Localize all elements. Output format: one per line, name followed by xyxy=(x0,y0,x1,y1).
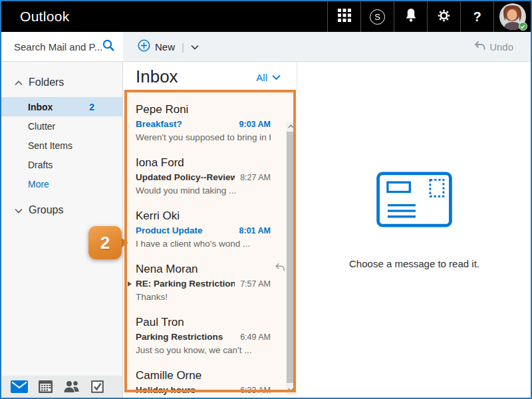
received-time: 6:33 AM xyxy=(240,386,271,395)
message-row-camille-orne[interactable]: Camille Orne Holiday hours 6:33 AM xyxy=(136,362,271,398)
chevron-down-icon xyxy=(15,204,23,216)
sidebar-item-sent-items[interactable]: Sent Items xyxy=(1,136,122,155)
preview: Thanks! xyxy=(136,292,271,302)
folders-header-label: Folders xyxy=(29,76,64,88)
folders-header[interactable]: Folders xyxy=(1,62,122,88)
groups-header-label: Groups xyxy=(29,204,63,216)
message-row-nena-moran[interactable]: Nena Moran RE: Parking Restrictions 7:57… xyxy=(136,256,271,309)
inbox-unread-count: 2 xyxy=(89,102,94,112)
message-list-header: Inbox All xyxy=(124,62,297,91)
replied-icon xyxy=(274,263,285,275)
skype-button[interactable]: S xyxy=(360,1,394,32)
empty-state-text: Choose a message to read it. xyxy=(349,258,479,269)
tasks-icon xyxy=(91,380,104,393)
notifications-button[interactable] xyxy=(394,1,427,32)
sidebar-item-more[interactable]: More xyxy=(1,174,122,194)
sender: Iona Ford xyxy=(136,156,271,170)
sender: Paul Tron xyxy=(136,315,271,330)
module-switcher xyxy=(1,376,123,398)
scroll-up-icon[interactable] xyxy=(286,122,295,131)
new-message-button[interactable]: New | xyxy=(138,39,199,55)
folders-group: Inbox 2 Clutter Sent Items Drafts More xyxy=(1,97,122,194)
sender: Nena Moran xyxy=(136,262,271,277)
chevron-up-icon xyxy=(15,76,23,88)
search-icon xyxy=(102,39,115,55)
calendar-icon xyxy=(39,380,53,393)
undo-button[interactable]: Undo xyxy=(473,41,513,53)
message-list-scrollbar[interactable] xyxy=(286,122,295,394)
app-launcher-button[interactable] xyxy=(327,1,360,32)
preview: Would you mind taking ... xyxy=(136,186,271,196)
empty-state: Choose a message to read it. xyxy=(349,172,479,269)
avatar xyxy=(499,3,526,30)
scroll-down-icon[interactable] xyxy=(286,385,295,394)
received-time: 6:49 AM xyxy=(240,332,271,342)
presence-available-icon xyxy=(519,22,527,31)
command-bar: New | Undo xyxy=(123,32,531,61)
tutorial-step-callout: 2 xyxy=(88,226,122,259)
plus-circle-icon xyxy=(138,39,150,55)
message-row-pepe-roni[interactable]: Pepe Roni Breakfast? 9:03 AM Weren't you… xyxy=(136,96,271,150)
bell-icon xyxy=(404,8,418,25)
gear-icon xyxy=(437,9,451,25)
message-row-iona-ford[interactable]: Iona Ford Updated Policy--Review and... … xyxy=(136,150,271,203)
sidebar-item-inbox[interactable]: Inbox 2 xyxy=(1,97,122,116)
filter-label: All xyxy=(256,72,267,83)
people-icon xyxy=(63,380,80,393)
filter-dropdown[interactable]: All xyxy=(256,72,281,87)
sender: Pepe Roni xyxy=(136,102,271,117)
undo-icon xyxy=(473,41,485,53)
reading-pane: Choose a message to read it. xyxy=(298,62,531,398)
top-bar: Outlook S xyxy=(1,1,531,32)
people-module-button[interactable] xyxy=(63,380,80,394)
message-row-paul-tron[interactable]: Paul Tron Parking Restrictions 6:49 AM J… xyxy=(136,309,271,362)
sender: Kerri Oki xyxy=(136,209,271,223)
chevron-down-icon xyxy=(272,74,281,80)
skype-icon: S xyxy=(370,9,385,25)
subject: Updated Policy--Review and... xyxy=(136,172,235,182)
settings-button[interactable] xyxy=(427,1,460,32)
mail-icon xyxy=(11,380,28,393)
received-time: 8:01 AM xyxy=(239,226,271,235)
app-title: Outlook xyxy=(20,9,69,25)
undo-label: Undo xyxy=(489,41,513,53)
mail-module-button[interactable] xyxy=(11,380,28,394)
received-time: 7:57 AM xyxy=(240,279,271,289)
step-number: 2 xyxy=(100,233,110,253)
list-title: Inbox xyxy=(136,66,178,87)
received-time: 9:03 AM xyxy=(239,120,271,129)
search-input[interactable]: Search Mail and P... xyxy=(1,32,123,61)
new-dropdown-chevron-icon[interactable] xyxy=(191,41,199,53)
help-icon: ? xyxy=(473,9,481,25)
sidebar-item-clutter[interactable]: Clutter xyxy=(1,116,122,136)
sender: Camille Orne xyxy=(136,368,271,383)
subject: Product Update xyxy=(136,225,203,235)
subject: Parking Restrictions xyxy=(136,332,223,342)
tasks-module-button[interactable] xyxy=(88,380,106,394)
preview: Just so you know, we can't ... xyxy=(136,345,271,355)
preview: I have a client who's wond ... xyxy=(136,239,271,249)
outlook-window: Outlook S xyxy=(0,0,532,399)
second-row: Search Mail and P... New | xyxy=(1,32,531,62)
topbar-actions: S xyxy=(327,1,531,32)
subject: Breakfast? xyxy=(136,119,182,129)
search-placeholder: Search Mail and P... xyxy=(14,41,102,53)
postcard-envelope-icon xyxy=(376,172,453,230)
subject: RE: Parking Restrictions xyxy=(136,279,235,289)
groups-header[interactable]: Groups xyxy=(1,194,122,216)
account-button[interactable] xyxy=(493,1,531,32)
app-launcher-grid-icon xyxy=(337,8,352,25)
sidebar-item-drafts[interactable]: Drafts xyxy=(1,155,122,174)
preview: Weren't you supposed to bring in br ... xyxy=(136,132,271,142)
message-list: Pepe Roni Breakfast? 9:03 AM Weren't you… xyxy=(124,91,297,398)
expand-conversation-icon[interactable] xyxy=(128,281,132,287)
help-button[interactable]: ? xyxy=(460,1,493,32)
scrollbar-thumb[interactable] xyxy=(287,132,295,383)
message-list-pane: Inbox All Pepe Roni Breakfast? 9:03 AM W… xyxy=(124,62,297,398)
folder-sidebar: Folders Inbox 2 Clutter Sent Items Draft… xyxy=(1,62,123,376)
calendar-module-button[interactable] xyxy=(37,380,54,394)
new-divider: | xyxy=(182,41,184,53)
new-label: New xyxy=(155,41,175,53)
message-row-kerri-oki[interactable]: Kerri Oki Product Update 8:01 AM I have … xyxy=(136,203,271,256)
subject: Holiday hours xyxy=(136,385,196,395)
